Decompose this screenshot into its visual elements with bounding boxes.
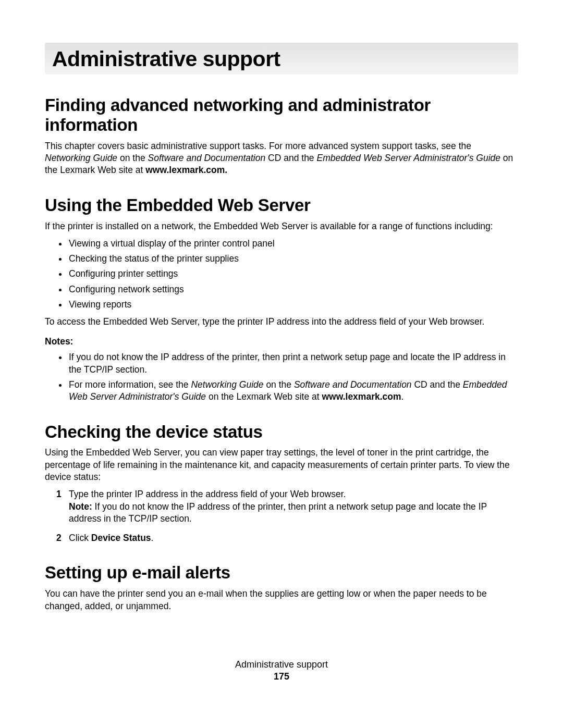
list-item: For more information, see the Networking…: [68, 379, 518, 403]
text-run-italic: Software and Documentation: [294, 379, 412, 390]
section-checking-status: Checking the device status Using the Emb…: [45, 422, 518, 545]
list-item: Viewing a virtual display of the printer…: [68, 238, 518, 250]
para-finding-info: This chapter covers basic administrative…: [45, 140, 518, 177]
list-item: If you do not know the IP address of the…: [68, 351, 518, 376]
text-run: on the Lexmark Web site at: [206, 391, 322, 402]
step-item: Click Device Status.: [56, 532, 518, 544]
text-run-italic: Embedded Web Server Administrator's Guid…: [316, 153, 500, 163]
step-text: Type the printer IP address in the addre…: [69, 489, 346, 499]
text-run-bold: Device Status: [91, 533, 151, 543]
section-finding-info: Finding advanced networking and administ…: [45, 95, 518, 177]
text-run-italic: Networking Guide: [191, 379, 263, 390]
text-run: CD and the: [412, 379, 463, 390]
text-run: .: [401, 391, 404, 402]
text-run-bold: www.lexmark.com.: [145, 165, 227, 175]
heading-email-alerts: Setting up e-mail alerts: [45, 563, 518, 583]
footer-page-number: 175: [45, 671, 518, 682]
notes-list: If you do not know the IP address of the…: [45, 351, 518, 403]
list-item: Configuring printer settings: [68, 268, 518, 280]
page-title: Administrative support: [52, 47, 511, 71]
text-run: For more information, see the: [69, 379, 191, 390]
text-run-bold: Note:: [69, 501, 92, 512]
list-item: Checking the status of the printer suppl…: [68, 253, 518, 265]
para-ews-intro: If the printer is installed on a network…: [45, 220, 518, 232]
heading-checking-status: Checking the device status: [45, 422, 518, 442]
para-checking-intro: Using the Embedded Web Server, you can v…: [45, 447, 518, 483]
para-ews-access: To access the Embedded Web Server, type …: [45, 316, 518, 328]
step-item: Type the printer IP address in the addre…: [56, 488, 518, 525]
notes-label: Notes:: [45, 336, 518, 347]
step-note: Note: If you do not know the IP address …: [69, 501, 518, 525]
page-footer: Administrative support 175: [45, 659, 518, 682]
text-run: This chapter covers basic administrative…: [45, 141, 471, 151]
steps-list: Type the printer IP address in the addre…: [45, 488, 518, 544]
text-run: If you do not know the IP address of the…: [69, 501, 487, 524]
page-title-bar: Administrative support: [45, 43, 518, 75]
text-run: Click: [69, 533, 91, 543]
section-email-alerts: Setting up e-mail alerts You can have th…: [45, 563, 518, 612]
section-embedded-web-server: Using the Embedded Web Server If the pri…: [45, 195, 518, 403]
text-run-bold: www.lexmark.com: [322, 391, 401, 402]
para-email-intro: You can have the printer send you an e-m…: [45, 588, 518, 612]
list-item: Configuring network settings: [68, 283, 518, 295]
heading-embedded-web-server: Using the Embedded Web Server: [45, 195, 518, 215]
text-run: .: [151, 533, 154, 543]
text-run: on the: [264, 379, 294, 390]
footer-title: Administrative support: [45, 659, 518, 670]
document-page: Administrative support Finding advanced …: [0, 0, 563, 713]
text-run: CD and the: [265, 153, 316, 163]
list-item: Viewing reports: [68, 299, 518, 311]
text-run-italic: Software and Documentation: [148, 153, 266, 163]
text-run-italic: Networking Guide: [45, 153, 117, 163]
bullet-list-ews-functions: Viewing a virtual display of the printer…: [45, 238, 518, 311]
heading-finding-info: Finding advanced networking and administ…: [45, 95, 518, 135]
text-run: on the: [117, 153, 148, 163]
